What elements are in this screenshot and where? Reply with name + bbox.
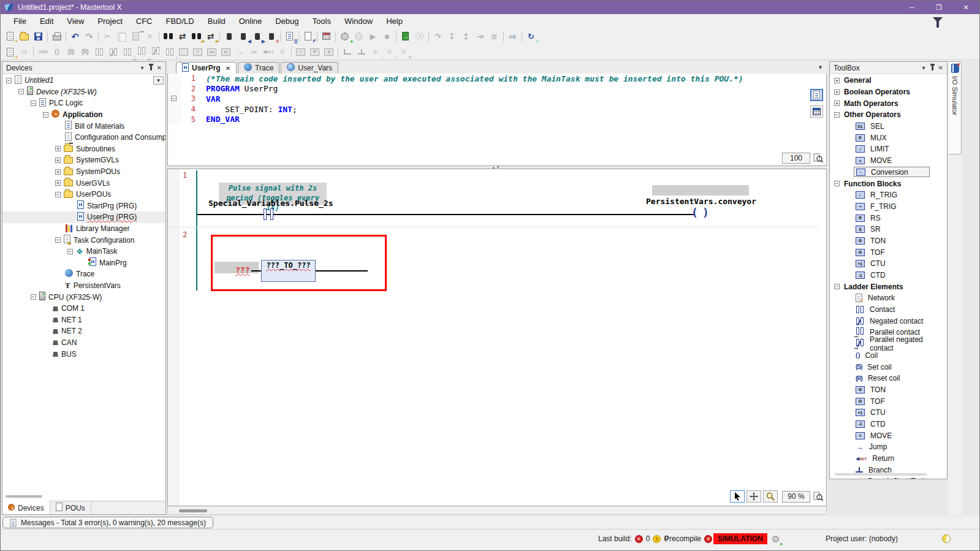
update-parameters-icon[interactable]: ✳	[275, 45, 289, 59]
copy-icon[interactable]	[115, 29, 129, 43]
toolbox-category-other-operators[interactable]: −Other Operators	[830, 109, 947, 121]
toolbox-item-jump[interactable]: →Jump	[830, 441, 947, 453]
expand-icon[interactable]: +	[834, 101, 840, 106]
ladder-zoom-box[interactable]: 90 %	[782, 491, 810, 503]
scrollbar-thumb[interactable]	[6, 495, 42, 498]
tab-close-icon[interactable]: ✕	[226, 65, 230, 72]
toolbox-item-tof[interactable]: ʘTOF	[830, 246, 947, 258]
delete-icon[interactable]: ✕	[143, 29, 157, 43]
panel-dropdown-icon[interactable]: ▾	[922, 64, 925, 71]
toggle-bookmark-icon[interactable]	[222, 29, 236, 43]
start-icon[interactable]: ▶	[366, 29, 380, 43]
cut-icon[interactable]: ✂	[101, 29, 115, 43]
insert-branch-icon[interactable]	[340, 45, 354, 59]
toolbox-item-ton[interactable]: ʘTON	[830, 384, 947, 396]
tree-item-mainprg[interactable]: MainPrg	[2, 257, 165, 269]
menu-build[interactable]: Build	[201, 15, 232, 27]
tree-item-cpu-xf325-w-[interactable]: −CPU (XF325-W)	[2, 291, 165, 303]
tab-list-dropdown-icon[interactable]: ▼	[818, 64, 823, 70]
collapse-icon[interactable]: −	[67, 249, 73, 254]
menu-view[interactable]: View	[60, 15, 91, 27]
expand-icon[interactable]: +	[55, 158, 61, 163]
tree-item-startprg-prg-[interactable]: StartPrg (PRG)	[2, 200, 165, 212]
expand-icon[interactable]: +	[55, 180, 61, 186]
toolbox-item-network[interactable]: ✶Network	[830, 292, 947, 304]
toolbox-item-conversion[interactable]: →Conversion	[830, 167, 947, 178]
security-shield-icon[interactable]	[942, 534, 951, 543]
redo-icon[interactable]: ↷	[82, 29, 96, 43]
toolbox-item-ctu[interactable]: +1CTU	[830, 258, 947, 270]
editor-tab-userprg[interactable]: UserPrg✕	[176, 62, 237, 74]
insert-coil-icon[interactable]: ( )	[50, 45, 64, 59]
edge-detection-icon[interactable]: P	[308, 45, 322, 59]
toolbox-item-mux[interactable]: KMUX	[830, 132, 947, 143]
insert-network-below-icon[interactable]: ✳↓	[368, 45, 382, 59]
tree-item-maintask[interactable]: −❖MainTask	[2, 246, 165, 257]
menu-help[interactable]: Help	[379, 15, 409, 27]
negate-icon[interactable]: ∕	[294, 45, 308, 59]
code-line[interactable]: 1(*The main code inserted by the user an…	[168, 74, 826, 84]
tree-item-bus[interactable]: BUS	[2, 348, 165, 360]
insert-return-icon[interactable]: ◀RET	[261, 45, 275, 59]
save-icon[interactable]	[31, 29, 45, 43]
toolbox-item-return[interactable]: ◀RETReturn	[830, 453, 947, 465]
menu-window[interactable]: Window	[338, 15, 379, 27]
tree-item-application[interactable]: −Application	[2, 109, 165, 121]
toolbox-item-ton[interactable]: ʘTON	[830, 235, 947, 247]
collapse-icon[interactable]: −	[834, 284, 840, 289]
tree-item-com-1[interactable]: COM 1	[2, 303, 165, 314]
bottom-tab-devices[interactable]: Devices	[2, 501, 50, 514]
select-tool-button[interactable]	[730, 490, 745, 503]
tree-item-subroutines[interactable]: +Subroutines	[2, 143, 165, 155]
toolbox-item-reset-coil[interactable]: (R)Reset coil	[830, 373, 947, 384]
contact-operand-label[interactable]: Special_Variables.Pulse_2s	[208, 199, 333, 208]
maximize-button[interactable]: ❒	[925, 1, 952, 14]
collapse-icon[interactable]: −	[6, 78, 12, 83]
insert-block-with-en-icon[interactable]: EN	[205, 45, 219, 59]
zoom-tool-button[interactable]	[763, 490, 778, 503]
toolbox-category-general[interactable]: +General	[830, 75, 947, 86]
insert-set-coil-icon[interactable]: (S)	[64, 45, 78, 59]
insert-negated-contact-icon[interactable]	[106, 45, 120, 59]
step-out-icon[interactable]: ↥	[459, 29, 473, 43]
network-number[interactable]: 2	[183, 230, 187, 239]
login-icon[interactable]	[398, 29, 412, 43]
toolbox-item-move[interactable]: =MOVE	[830, 155, 947, 167]
insert-parallel-contact-icon[interactable]: ▁	[134, 45, 148, 59]
tree-item-net-2[interactable]: NET 2	[2, 325, 165, 337]
tree-item-systempous[interactable]: +SystemPOUs	[2, 166, 165, 178]
find-in-project-icon[interactable]: ▰	[189, 29, 203, 43]
toolbox-item-ctd[interactable]: -1CTD	[830, 419, 947, 430]
coil-comment-box[interactable]	[652, 185, 749, 196]
toolbox-item-branch-start-end[interactable]: ✳↕Branch Start/End	[830, 476, 947, 479]
replace-icon[interactable]: ⇄	[175, 29, 189, 43]
next-bookmark-icon[interactable]: ▶	[250, 29, 264, 43]
declaration-editor[interactable]: 1(*The main code inserted by the user an…	[167, 74, 827, 166]
declaration-zoom-box[interactable]: 100	[782, 153, 810, 164]
coil-operand-label[interactable]: PersistentVars.conveyor	[640, 197, 762, 206]
contact-symbol[interactable]	[270, 208, 273, 220]
insert-contact-icon[interactable]	[92, 45, 106, 59]
toolbox-item-f-trig[interactable]: ¬F_TRIG	[830, 201, 947, 213]
toolbox-item-set-coil[interactable]: (S)Set coil	[830, 361, 947, 373]
open-project-icon[interactable]	[17, 29, 31, 43]
filter-funnel-icon[interactable]	[933, 17, 943, 23]
panel-close-icon[interactable]: ✕	[157, 64, 162, 71]
tree-item-userprg-prg-[interactable]: UserPrg (PRG)	[2, 211, 165, 223]
toolbox-category-boolean-operators[interactable]: +Boolean Operators	[830, 86, 947, 98]
code-line[interactable]: −3VAR	[168, 94, 826, 104]
run-to-cursor-icon[interactable]: ⇥	[473, 29, 487, 43]
coil-symbol[interactable]: )	[702, 206, 709, 219]
minimize-button[interactable]: ─	[898, 1, 925, 14]
insert-parallel-negated-contact-icon[interactable]: ▁	[148, 45, 162, 59]
toolbox-category-ladder-elements[interactable]: −Ladder Elements	[830, 281, 947, 292]
menu-fbd-ld[interactable]: FBD/LD	[159, 15, 201, 27]
previous-bookmark-icon[interactable]: ◀	[236, 29, 250, 43]
step-over-icon[interactable]: ↷	[431, 29, 445, 43]
toolbox-item-negated-contact[interactable]: Negated contact	[830, 315, 947, 327]
ladder-zoom-icon[interactable]	[812, 491, 824, 502]
toolbox-category-function-blocks[interactable]: −Function Blocks	[830, 178, 947, 189]
toolbox-item-sr[interactable]: SSR	[830, 224, 947, 235]
insert-block-with-io-icon[interactable]: IO	[219, 45, 233, 59]
close-button[interactable]: ✕	[952, 1, 979, 14]
